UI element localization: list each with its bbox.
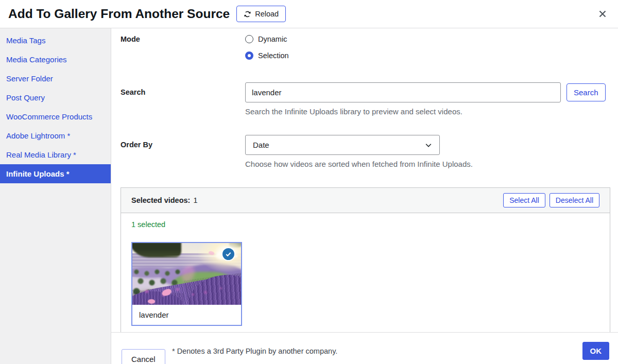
order-by-label: Order By xyxy=(121,135,245,168)
order-by-select[interactable]: Date xyxy=(245,135,440,155)
radio-selection[interactable] xyxy=(245,51,253,60)
mode-label: Mode xyxy=(121,35,245,68)
sidebar-item-real-media-library[interactable]: Real Media Library * xyxy=(0,145,111,164)
third-party-note: * Denotes a 3rd Party Plugin by another … xyxy=(172,347,337,355)
reload-icon xyxy=(244,10,251,18)
sidebar-item-infinite-uploads[interactable]: Infinite Uploads * xyxy=(0,164,111,183)
dialog-body: Mode Dynamic Selection Search xyxy=(111,28,618,332)
mode-option-selection-label: Selection xyxy=(258,51,289,60)
selected-videos-panel: Selected videos:1 Select All Deselect Al… xyxy=(121,187,610,332)
select-all-button[interactable]: Select All xyxy=(503,193,545,207)
close-icon[interactable] xyxy=(596,8,609,20)
video-thumbnail[interactable] xyxy=(132,243,241,305)
dialog-title: Add To Gallery From Another Source xyxy=(8,7,230,21)
sidebar-item-post-query[interactable]: Post Query xyxy=(0,88,111,107)
search-input[interactable] xyxy=(245,82,561,102)
selected-count-note: 1 selected xyxy=(131,220,599,229)
sidebar-item-server-folder[interactable]: Server Folder xyxy=(0,69,111,88)
selected-videos-title: Selected videos:1 xyxy=(131,196,198,204)
video-caption: lavender xyxy=(132,305,241,325)
order-by-value: Date xyxy=(253,141,269,149)
video-card-lavender[interactable]: lavender xyxy=(131,242,242,326)
dialog-footer: Cancel * Denotes a 3rd Party Plugin by a… xyxy=(111,332,618,364)
selected-videos-header: Selected videos:1 Select All Deselect Al… xyxy=(121,188,610,213)
chevron-down-icon xyxy=(425,142,432,149)
search-help-text: Search the Infinite Uploads library to p… xyxy=(245,107,606,116)
cancel-button[interactable]: Cancel xyxy=(122,349,165,364)
mode-option-dynamic-label: Dynamic xyxy=(258,35,287,43)
source-sidebar: Media Tags Media Categories Server Folde… xyxy=(0,28,111,364)
sidebar-item-woocommerce-products[interactable]: WooCommerce Products xyxy=(0,107,111,126)
dialog-header: Add To Gallery From Another Source Reloa… xyxy=(0,0,618,28)
selected-videos-count: 1 xyxy=(193,196,197,204)
selected-videos-body: 1 selected xyxy=(121,213,610,332)
reload-label: Reload xyxy=(255,10,279,18)
mode-option-selection[interactable]: Selection xyxy=(245,51,289,60)
reload-button[interactable]: Reload xyxy=(236,6,286,22)
sidebar-item-media-categories[interactable]: Media Categories xyxy=(0,50,111,69)
radio-dynamic[interactable] xyxy=(245,35,253,43)
ok-button[interactable]: OK xyxy=(582,342,610,360)
deselect-all-button[interactable]: Deselect All xyxy=(550,193,599,207)
sidebar-item-media-tags[interactable]: Media Tags xyxy=(0,31,111,50)
sidebar-item-adobe-lightroom[interactable]: Adobe Lightroom * xyxy=(0,126,111,145)
search-button[interactable]: Search xyxy=(566,83,606,101)
selected-check-icon xyxy=(221,247,235,261)
search-label: Search xyxy=(121,82,245,116)
order-by-help-text: Choose how videos are sorted when fetche… xyxy=(245,160,473,168)
mode-option-dynamic[interactable]: Dynamic xyxy=(245,35,289,43)
